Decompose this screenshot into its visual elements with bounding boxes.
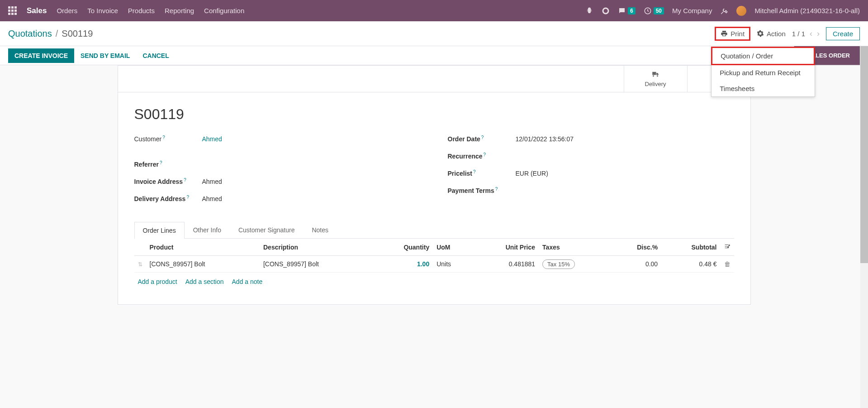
avatar[interactable] bbox=[736, 6, 746, 16]
col-right: Order Date? 12/01/2022 13:56:07 Recurren… bbox=[448, 135, 734, 212]
quick-buttons: Delivery omer iew bbox=[118, 66, 750, 92]
order-date-label: Order Date? bbox=[448, 135, 516, 143]
th-disc: Disc.% bbox=[611, 239, 661, 256]
subheader: Quotations / S00119 Print Quotation / Or… bbox=[0, 21, 868, 46]
card-body: S00119 Customer? Ahmed Referrer? Invoice… bbox=[118, 92, 750, 304]
pricelist-label: Pricelist? bbox=[448, 170, 516, 177]
create-invoice-button[interactable]: CREATE INVOICE bbox=[8, 48, 74, 63]
th-quantity: Quantity bbox=[373, 239, 433, 256]
messages-badge: 6 bbox=[628, 7, 636, 14]
print-icon bbox=[721, 30, 728, 37]
cell-product: [CONS_89957] Bolt bbox=[146, 256, 260, 273]
th-settings[interactable] bbox=[721, 239, 734, 256]
add-section-link[interactable]: Add a section bbox=[185, 278, 224, 285]
cancel-button[interactable]: CANCEL bbox=[136, 48, 175, 63]
invoice-addr-value: Ahmed bbox=[202, 178, 222, 185]
drag-handle-icon[interactable]: ⇅ bbox=[138, 261, 142, 268]
tools-icon[interactable] bbox=[720, 7, 728, 15]
messages-button[interactable]: 6 bbox=[618, 7, 636, 15]
clock-icon bbox=[644, 7, 652, 15]
chat-icon bbox=[618, 7, 626, 15]
add-links: Add a product Add a section Add a note bbox=[134, 273, 734, 291]
add-product-link[interactable]: Add a product bbox=[138, 278, 177, 285]
cell-subtotal: 0.48 € bbox=[661, 256, 720, 273]
nav-reporting[interactable]: Reporting bbox=[165, 7, 194, 14]
cell-quantity: 1.00 bbox=[417, 260, 429, 268]
recurrence-label: Recurrence? bbox=[448, 153, 516, 160]
delivery-addr-label: Delivery Address? bbox=[134, 195, 202, 202]
tab-notes[interactable]: Notes bbox=[303, 221, 337, 238]
breadcrumb-sep: / bbox=[56, 29, 58, 39]
cell-disc: 0.00 bbox=[611, 256, 661, 273]
customer-value[interactable]: Ahmed bbox=[202, 135, 222, 143]
order-lines-table: Product Description Quantity UoM Unit Pr… bbox=[134, 239, 734, 273]
support-icon[interactable] bbox=[602, 7, 610, 15]
form-columns: Customer? Ahmed Referrer? Invoice Addres… bbox=[134, 135, 734, 212]
add-note-link[interactable]: Add a note bbox=[232, 278, 263, 285]
cell-tax: Tax 15% bbox=[542, 259, 575, 269]
order-date-value: 12/01/2022 13:56:07 bbox=[516, 135, 574, 143]
dropdown-pickup-return[interactable]: Pickup and Return Receipt bbox=[711, 65, 815, 81]
pager-prev[interactable]: ‹ bbox=[810, 29, 812, 38]
send-email-button[interactable]: SEND BY EMAIL bbox=[74, 48, 136, 63]
subheader-right: Print Quotation / Order Pickup and Retur… bbox=[715, 27, 860, 41]
breadcrumb: Quotations / S00119 bbox=[8, 29, 93, 39]
pager: 1 / 1 ‹ › bbox=[792, 29, 820, 38]
cell-description: [CONS_89957] Bolt bbox=[260, 256, 373, 273]
truck-icon bbox=[651, 70, 659, 78]
apps-icon[interactable] bbox=[8, 6, 17, 15]
print-dropdown: Quotation / Order Pickup and Return Rece… bbox=[711, 47, 815, 97]
th-description: Description bbox=[260, 239, 373, 256]
sliders-icon bbox=[724, 243, 730, 250]
dropdown-quotation-order[interactable]: Quotation / Order bbox=[711, 47, 815, 65]
create-button[interactable]: Create bbox=[826, 27, 860, 40]
user-name[interactable]: Mitchell Admin (21490321-16-0-all) bbox=[754, 7, 860, 14]
table-row[interactable]: ⇅ [CONS_89957] Bolt [CONS_89957] Bolt 1.… bbox=[134, 256, 734, 273]
tab-order-lines[interactable]: Order Lines bbox=[134, 222, 185, 239]
invoice-addr-label: Invoice Address? bbox=[134, 178, 202, 185]
customer-label: Customer? bbox=[134, 135, 202, 143]
nav-to-invoice[interactable]: To Invoice bbox=[87, 7, 118, 14]
nav-configuration[interactable]: Configuration bbox=[204, 7, 244, 14]
delivery-quickbtn[interactable]: Delivery bbox=[624, 66, 687, 92]
th-unit-price: Unit Price bbox=[472, 239, 539, 256]
print-button[interactable]: Print bbox=[715, 27, 750, 41]
activities-button[interactable]: 50 bbox=[644, 7, 664, 15]
breadcrumb-root[interactable]: Quotations bbox=[8, 29, 52, 39]
dropdown-timesheets[interactable]: Timesheets bbox=[711, 81, 815, 96]
activities-badge: 50 bbox=[654, 7, 664, 14]
tab-customer-signature[interactable]: Customer Signature bbox=[230, 221, 304, 238]
th-taxes: Taxes bbox=[539, 239, 611, 256]
trash-icon[interactable]: 🗑 bbox=[724, 260, 730, 268]
th-uom: UoM bbox=[433, 239, 472, 256]
payment-terms-label: Payment Terms? bbox=[448, 187, 516, 194]
content: Delivery omer iew S00119 Customer? Ahmed… bbox=[0, 65, 868, 313]
pager-text: 1 / 1 bbox=[792, 30, 805, 38]
pricelist-value: EUR (EUR) bbox=[516, 170, 548, 177]
th-subtotal: Subtotal bbox=[661, 239, 720, 256]
th-product: Product bbox=[146, 239, 260, 256]
cell-uom: Units bbox=[433, 256, 472, 273]
action-button[interactable]: Action bbox=[757, 30, 786, 38]
referrer-label: Referrer? bbox=[134, 161, 202, 168]
bug-icon[interactable] bbox=[585, 7, 593, 15]
app-name[interactable]: Sales bbox=[27, 6, 47, 15]
record-title: S00119 bbox=[134, 106, 734, 123]
topbar: Sales Orders To Invoice Products Reporti… bbox=[0, 0, 868, 21]
topbar-left: Sales Orders To Invoice Products Reporti… bbox=[8, 6, 244, 15]
topbar-right: 6 50 My Company Mitchell Admin (21490321… bbox=[585, 6, 860, 16]
record-card: Delivery omer iew S00119 Customer? Ahmed… bbox=[118, 65, 751, 305]
delivery-addr-value: Ahmed bbox=[202, 195, 222, 202]
company-switcher[interactable]: My Company bbox=[672, 7, 712, 14]
nav-orders[interactable]: Orders bbox=[57, 7, 77, 14]
nav-products[interactable]: Products bbox=[128, 7, 155, 14]
breadcrumb-current: S00119 bbox=[62, 29, 93, 39]
tab-other-info[interactable]: Other Info bbox=[185, 221, 230, 238]
cell-unit-price: 0.481881 bbox=[472, 256, 539, 273]
pager-next[interactable]: › bbox=[817, 29, 820, 38]
col-left: Customer? Ahmed Referrer? Invoice Addres… bbox=[134, 135, 421, 212]
tabs: Order Lines Other Info Customer Signatur… bbox=[134, 221, 734, 239]
gear-icon bbox=[757, 30, 764, 37]
